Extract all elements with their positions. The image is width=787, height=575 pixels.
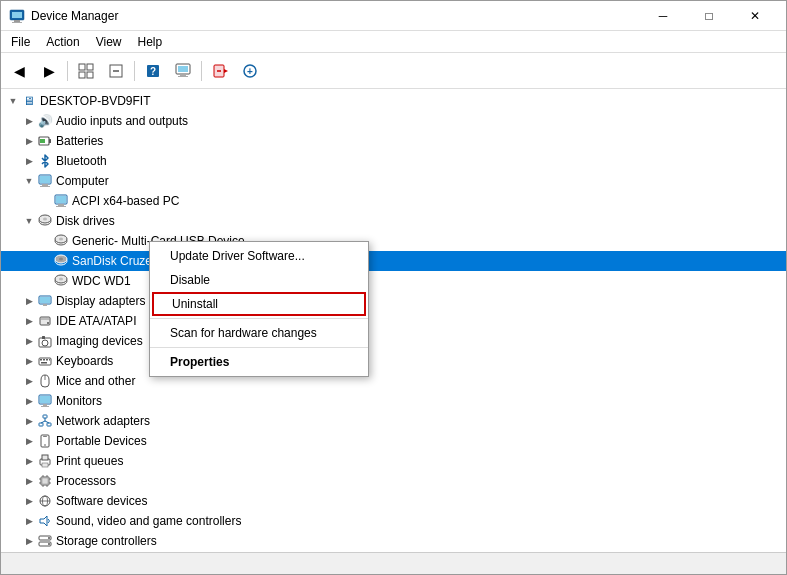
tree-network[interactable]: ▶ Network adapters (1, 411, 786, 431)
processors-icon (37, 473, 53, 489)
monitors-expand-icon[interactable]: ▶ (21, 393, 37, 409)
audio-expand-icon[interactable]: ▶ (21, 113, 37, 129)
tree-computer[interactable]: ▼ Computer (1, 171, 786, 191)
context-menu: Update Driver Software... Disable Uninst… (149, 241, 369, 377)
toolbar-expand[interactable] (72, 57, 100, 85)
ctx-scan[interactable]: Scan for hardware changes (150, 321, 368, 345)
disk-drives-label: Disk drives (56, 214, 115, 228)
audio-label: Audio inputs and outputs (56, 114, 188, 128)
tree-software[interactable]: ▶ Software devices (1, 491, 786, 511)
svg-point-40 (59, 258, 63, 261)
monitors-icon (37, 393, 53, 409)
svg-rect-30 (58, 204, 64, 206)
svg-point-71 (44, 444, 46, 446)
ctx-properties[interactable]: Properties (150, 350, 368, 374)
tree-mice[interactable]: ▶ Mice and other (1, 371, 786, 391)
display-label: Display adapters (56, 294, 145, 308)
disk-drives-expand-icon[interactable]: ▼ (21, 213, 37, 229)
tree-system[interactable]: ▶ System devices (1, 551, 786, 552)
keyboards-icon (37, 353, 53, 369)
toolbar-forward[interactable]: ▶ (35, 57, 63, 85)
storage-expand-icon[interactable]: ▶ (21, 533, 37, 549)
tree-audio[interactable]: ▶ 🔊 Audio inputs and outputs (1, 111, 786, 131)
tree-wdc[interactable]: ▶ WDC WD1 (1, 271, 786, 291)
tree-imaging[interactable]: ▶ Imaging devices (1, 331, 786, 351)
svg-marker-18 (224, 69, 228, 73)
menu-file[interactable]: File (3, 31, 38, 52)
toolbar-scan[interactable]: + (236, 57, 264, 85)
restore-button[interactable]: □ (686, 1, 732, 31)
computer-label: Computer (56, 174, 109, 188)
tree-display[interactable]: ▶ Display adapters (1, 291, 786, 311)
bluetooth-expand-icon[interactable]: ▶ (21, 153, 37, 169)
svg-text:?: ? (150, 66, 156, 77)
computer-expand-icon[interactable]: ▼ (21, 173, 37, 189)
root-expand-icon[interactable]: ▼ (5, 93, 21, 109)
processors-expand-icon[interactable]: ▶ (21, 473, 37, 489)
software-label: Software devices (56, 494, 147, 508)
tree-multicard[interactable]: ▶ Generic- Multi-Card USB Device (1, 231, 786, 251)
svg-rect-46 (43, 304, 47, 306)
monitors-label: Monitors (56, 394, 102, 408)
tree-bluetooth[interactable]: ▶ Bluetooth (1, 151, 786, 171)
disk-drives-icon (37, 213, 53, 229)
tree-batteries[interactable]: ▶ Batteries (1, 131, 786, 151)
device-tree[interactable]: ▼ 🖥 DESKTOP-BVD9FIT ▶ 🔊 Audio inputs and… (1, 89, 786, 552)
tree-storage[interactable]: ▶ Storage controllers (1, 531, 786, 551)
network-expand-icon[interactable]: ▶ (21, 413, 37, 429)
toolbar-back[interactable]: ◀ (5, 57, 33, 85)
tree-portable[interactable]: ▶ Portable Devices (1, 431, 786, 451)
root-label: DESKTOP-BVD9FIT (40, 94, 150, 108)
imaging-expand-icon[interactable]: ▶ (21, 333, 37, 349)
tree-root[interactable]: ▼ 🖥 DESKTOP-BVD9FIT (1, 91, 786, 111)
mice-expand-icon[interactable]: ▶ (21, 373, 37, 389)
toolbar-uninstall[interactable] (206, 57, 234, 85)
tree-keyboards[interactable]: ▶ Keyboards (1, 351, 786, 371)
software-expand-icon[interactable]: ▶ (21, 493, 37, 509)
display-expand-icon[interactable]: ▶ (21, 293, 37, 309)
keyboards-expand-icon[interactable]: ▶ (21, 353, 37, 369)
svg-rect-72 (43, 436, 47, 437)
menu-view[interactable]: View (88, 31, 130, 52)
minimize-button[interactable]: ─ (640, 1, 686, 31)
tree-disk-drives[interactable]: ▼ Disk drives (1, 211, 786, 231)
menu-bar: File Action View Help (1, 31, 786, 53)
menu-help[interactable]: Help (130, 31, 171, 52)
portable-expand-icon[interactable]: ▶ (21, 433, 37, 449)
menu-action[interactable]: Action (38, 31, 87, 52)
toolbar-sep-3 (201, 61, 202, 81)
print-expand-icon[interactable]: ▶ (21, 453, 37, 469)
svg-point-43 (59, 278, 63, 281)
tree-acpi[interactable]: ▶ ACPI x64-based PC (1, 191, 786, 211)
software-icon (37, 493, 53, 509)
device-manager-window: Device Manager ─ □ ✕ File Action View He… (0, 0, 787, 575)
close-button[interactable]: ✕ (732, 1, 778, 31)
ide-expand-icon[interactable]: ▶ (21, 313, 37, 329)
ide-icon (37, 313, 53, 329)
toolbar: ◀ ▶ ? (1, 53, 786, 89)
svg-rect-7 (87, 72, 93, 78)
svg-rect-2 (14, 20, 20, 22)
sound-expand-icon[interactable]: ▶ (21, 513, 37, 529)
tree-monitors[interactable]: ▶ Monitors (1, 391, 786, 411)
tree-print[interactable]: ▶ Print queues (1, 451, 786, 471)
ctx-disable[interactable]: Disable (150, 268, 368, 292)
display-icon (37, 293, 53, 309)
toolbar-properties[interactable] (169, 57, 197, 85)
ctx-uninstall[interactable]: Uninstall (152, 292, 366, 316)
svg-point-37 (59, 238, 63, 241)
svg-rect-57 (49, 359, 50, 361)
ide-label: IDE ATA/ATAPI (56, 314, 136, 328)
tree-sandisk[interactable]: ▶ SanDisk Cruzer Force USB Device (1, 251, 786, 271)
ctx-update-driver[interactable]: Update Driver Software... (150, 244, 368, 268)
tree-processors[interactable]: ▶ Processors (1, 471, 786, 491)
tree-ide[interactable]: ▶ IDE ATA/ATAPI (1, 311, 786, 331)
acpi-icon (53, 193, 69, 209)
tree-sound[interactable]: ▶ Sound, video and game controllers (1, 511, 786, 531)
toolbar-collapse[interactable] (102, 57, 130, 85)
toolbar-help[interactable]: ? (139, 57, 167, 85)
svg-rect-55 (43, 359, 45, 361)
root-icon: 🖥 (21, 93, 37, 109)
wdc-label: WDC WD1 (72, 274, 131, 288)
batteries-expand-icon[interactable]: ▶ (21, 133, 37, 149)
